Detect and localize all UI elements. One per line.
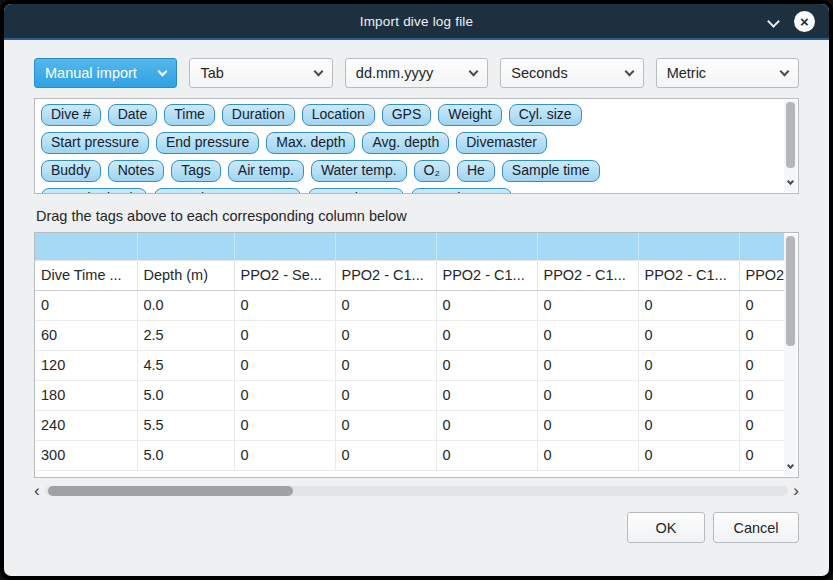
titlebar: Import dive log file × [4, 4, 829, 40]
table-cell: 0 [234, 440, 335, 470]
table-cell: 0 [335, 350, 436, 380]
table-row: 3005.0000000 [35, 440, 784, 470]
tag-sample-depth[interactable]: Sample depth [41, 188, 147, 194]
table-cell: 5.0 [137, 440, 234, 470]
table-cell: 0 [234, 320, 335, 350]
column-header: PPO2 - C1... [436, 260, 537, 290]
tag-row: Start pressureEnd pressureMax. depthAvg.… [41, 132, 778, 154]
column-header: PPO2 [739, 260, 784, 290]
table-cell: 0 [436, 380, 537, 410]
cancel-button[interactable]: Cancel [713, 512, 799, 543]
column-header: PPO2 - C1... [537, 260, 638, 290]
tag-sample-temperature[interactable]: Sample temperature [154, 188, 301, 194]
tag-weight[interactable]: Weight [438, 104, 501, 126]
table-cell: 240 [35, 410, 137, 440]
tag-time[interactable]: Time [164, 104, 215, 126]
tags-vertical-scrollbar[interactable] [784, 100, 797, 192]
date-format-dropdown[interactable]: dd.mm.yyyy [345, 58, 488, 88]
scrollbar-thumb[interactable] [786, 236, 795, 346]
column-drop-target[interactable] [638, 233, 739, 260]
table-cell: 0 [436, 440, 537, 470]
chevron-down-icon [313, 67, 323, 77]
chevron-down-icon [158, 67, 168, 77]
table-cell: 0 [638, 290, 739, 320]
column-header: Depth (m) [137, 260, 234, 290]
column-drop-target[interactable] [537, 233, 638, 260]
tag-notes[interactable]: Notes [108, 160, 165, 182]
tag-duration[interactable]: Duration [222, 104, 295, 126]
column-drop-target[interactable] [234, 233, 335, 260]
duration-format-dropdown[interactable]: Seconds [500, 58, 643, 88]
column-drop-target[interactable] [739, 233, 784, 260]
column-drop-target[interactable] [35, 233, 137, 260]
table-cell: 0 [638, 350, 739, 380]
scroll-down-arrow-icon[interactable] [788, 454, 793, 472]
ok-button[interactable]: OK [627, 512, 705, 543]
chevron-down-icon [469, 67, 479, 77]
tag-tags[interactable]: Tags [171, 160, 221, 182]
table-row: 1805.0000000 [35, 380, 784, 410]
tag-air-temp[interactable]: Air temp. [228, 160, 304, 182]
table-cell: 0 [335, 320, 436, 350]
instruction-text: Drag the tags above to each correspondin… [36, 208, 799, 224]
scroll-right-arrow-icon[interactable]: › [793, 486, 799, 496]
column-drop-target[interactable] [335, 233, 436, 260]
column-drop-target[interactable] [436, 233, 537, 260]
units-dropdown[interactable]: Metric [656, 58, 799, 88]
tag-sample-po[interactable]: Sample pO₂ [308, 188, 403, 194]
table-cell: 0 [638, 320, 739, 350]
table-cell: 0 [234, 290, 335, 320]
table-cell: 0 [234, 350, 335, 380]
table-horizontal-scrollbar[interactable]: ‹ › [34, 483, 799, 498]
tag-water-temp[interactable]: Water temp. [311, 160, 407, 182]
dialog-buttons: OK Cancel [34, 512, 799, 543]
table-cell: 0 [739, 410, 784, 440]
table-row: 00.0000000 [35, 290, 784, 320]
tag-he[interactable]: He [457, 160, 495, 182]
table-vertical-scrollbar[interactable] [784, 234, 797, 476]
scroll-left-arrow-icon[interactable]: ‹ [34, 486, 40, 496]
table-cell: 0 [436, 320, 537, 350]
tag-buddy[interactable]: Buddy [41, 160, 101, 182]
table-header-row: Dive Time ...Depth (m)PPO2 - Se...PPO2 -… [35, 260, 784, 290]
table-cell: 0 [234, 410, 335, 440]
tag-divemaster[interactable]: Divemaster [456, 132, 547, 154]
tag-sample-time[interactable]: Sample time [502, 160, 600, 182]
table-viewport: Dive Time ...Depth (m)PPO2 - Se...PPO2 -… [35, 233, 784, 477]
tag-row: Dive #DateTimeDurationLocationGPSWeightC… [41, 104, 778, 126]
import-mode-dropdown[interactable]: Manual import [34, 58, 177, 88]
drop-target-row [35, 233, 784, 260]
tag-sample-cns[interactable]: Sample CNS [411, 188, 512, 194]
tag-gps[interactable]: GPS [382, 104, 432, 126]
tag-row: BuddyNotesTagsAir temp.Water temp.O₂HeSa… [41, 160, 778, 182]
import-dialog: Import dive log file × Manual import Tab… [4, 4, 829, 576]
table-cell: 300 [35, 440, 137, 470]
shade-chevron-icon[interactable] [769, 12, 778, 30]
table-cell: 0 [638, 410, 739, 440]
scrollbar-thumb[interactable] [48, 486, 293, 496]
tag-dive[interactable]: Dive # [41, 104, 101, 126]
table-cell: 0 [739, 380, 784, 410]
scrollbar-track[interactable] [45, 486, 789, 496]
scrollbar-thumb[interactable] [786, 102, 795, 168]
column-drop-target[interactable] [137, 233, 234, 260]
table-cell: 0 [537, 320, 638, 350]
tag-avg-depth[interactable]: Avg. depth [362, 132, 449, 154]
table-cell: 0 [335, 440, 436, 470]
tag-location[interactable]: Location [302, 104, 375, 126]
close-button[interactable]: × [794, 11, 815, 32]
scroll-down-arrow-icon[interactable] [788, 170, 793, 188]
table-cell: 0 [739, 350, 784, 380]
tag-o[interactable]: O₂ [414, 160, 450, 182]
separator-dropdown[interactable]: Tab [189, 58, 332, 88]
tag-end-pressure[interactable]: End pressure [156, 132, 259, 154]
tag-date[interactable]: Date [108, 104, 158, 126]
tag-cyl-size[interactable]: Cyl. size [509, 104, 582, 126]
tag-max-depth[interactable]: Max. depth [266, 132, 355, 154]
tag-start-pressure[interactable]: Start pressure [41, 132, 149, 154]
table-cell: 0 [739, 440, 784, 470]
table-cell: 0 [638, 440, 739, 470]
table-row: 2405.5000000 [35, 410, 784, 440]
table-cell: 0 [335, 410, 436, 440]
table-cell: 120 [35, 350, 137, 380]
